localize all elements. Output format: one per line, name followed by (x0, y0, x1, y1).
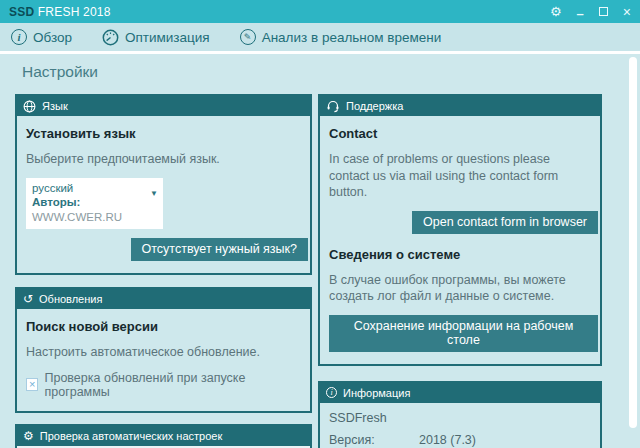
support-panel-header: Поддержка (320, 96, 600, 116)
missing-language-button[interactable]: Отсутствует нужный язык? (131, 238, 308, 261)
menu-item-optimization[interactable]: Оптимизация (102, 29, 210, 46)
update-checkbox[interactable]: × (26, 378, 38, 391)
language-description: Выберите предпочитаемый язык. (26, 151, 301, 168)
app-window: SSD FRESH 2018 ⚙ – × i Обзор (0, 0, 640, 448)
version-value: 2018 (7.3) (419, 434, 476, 447)
speedometer-icon (102, 29, 119, 46)
close-button[interactable]: × (623, 6, 631, 18)
window-title: SSD FRESH 2018 (9, 5, 111, 19)
information-panel-title: Информация (343, 387, 410, 399)
open-contact-form-button[interactable]: Open contact form in browser (412, 211, 598, 234)
titlebar: SSD FRESH 2018 ⚙ – × (0, 0, 640, 23)
app-brand: SSD (9, 5, 34, 19)
menu-label-optimization: Оптимизация (125, 30, 210, 45)
system-info-heading: Сведения о системе (329, 247, 591, 262)
language-dropdown[interactable]: русский Авторы: WWW.CWER.RU ▼ (26, 178, 163, 230)
updates-panel-title: Обновления (39, 293, 102, 305)
version-row: Версия: 2018 (7.3) (329, 434, 591, 447)
menu-label-overview: Обзор (33, 30, 72, 45)
language-panel-title: Язык (42, 100, 68, 112)
update-check-row: × Проверка обновлений при запуске програ… (26, 371, 301, 399)
language-panel-header: Язык (17, 96, 310, 116)
page-title: Настройки (22, 63, 640, 81)
minimize-button[interactable]: – (577, 9, 584, 19)
menu-item-overview[interactable]: i Обзор (11, 29, 72, 45)
contact-heading: Contact (329, 126, 591, 141)
settings-page: Настройки Язык (0, 54, 640, 445)
contact-text: In case of problems or questions please … (329, 151, 591, 201)
autocheck-panel-header: ⚙ Проверка автоматических настроек (17, 426, 310, 446)
maximize-button[interactable] (599, 7, 608, 16)
globe-icon (23, 100, 36, 113)
new-version-heading: Поиск новой версии (26, 319, 301, 334)
language-dropdown-value: русский (32, 181, 145, 196)
autocheck-panel-title: Проверка автоматических настроек (40, 430, 222, 442)
info-icon: i (326, 387, 337, 398)
app-title-rest: FRESH 2018 (38, 5, 111, 19)
information-panel-header: i Информация (320, 383, 600, 403)
support-panel-title: Поддержка (346, 100, 403, 112)
version-label: Версия: (329, 434, 419, 447)
menu-item-realtime-analysis[interactable]: ✎ Анализ в реальном времени (240, 29, 442, 45)
vertical-scrollbar-thumb[interactable] (629, 57, 637, 428)
updates-description: Настроить автоматическое обновление. (26, 344, 301, 361)
save-info-desktop-button[interactable]: Сохранение информации на рабочем столе (329, 315, 598, 352)
update-checkbox-label: Проверка обновлений при запуске программ… (44, 371, 301, 399)
updates-panel: ↺ Обновления Поиск новой версии Настроит… (15, 287, 312, 413)
headset-icon (326, 99, 340, 113)
language-panel: Язык Установить язык Выберите предпочита… (15, 94, 312, 275)
gear-icon: ⚙ (23, 430, 34, 442)
app-name-value: SSDFresh (329, 411, 591, 425)
set-language-heading: Установить язык (26, 126, 301, 141)
information-panel: i Информация SSDFresh Версия: 2018 (7.3)… (318, 381, 602, 448)
window-controls: ⚙ – × (550, 5, 631, 18)
settings-gear-icon[interactable]: ⚙ (550, 5, 562, 18)
chevron-down-icon: ▼ (150, 189, 158, 199)
support-panel: Поддержка Contact In case of problems or… (318, 94, 602, 366)
autocheck-panel: ⚙ Проверка автоматических настроек Эта ф… (15, 424, 312, 448)
info-circle-icon: i (11, 29, 27, 45)
menubar: i Обзор Оптимизация ✎ Анализ в реальном … (0, 23, 640, 54)
menu-label-realtime: Анализ в реальном времени (262, 30, 442, 45)
refresh-icon: ↺ (23, 293, 33, 305)
pencil-circle-icon: ✎ (240, 29, 256, 45)
system-info-text: В случае ошибок программы, вы можете соз… (329, 272, 591, 305)
updates-panel-header: ↺ Обновления (17, 289, 310, 309)
language-authors: Авторы: WWW.CWER.RU (32, 195, 145, 225)
